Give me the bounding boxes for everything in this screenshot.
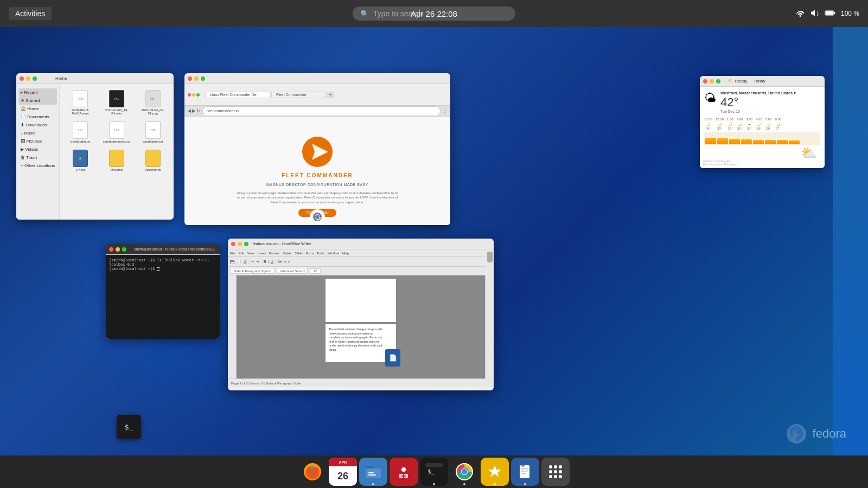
sidebar-item-pictures[interactable]: 🖼 Pictures: [18, 137, 57, 145]
fleet-commander-logo: [301, 136, 334, 168]
file-item[interactable]: Desktop: [100, 148, 133, 173]
weather-max-btn[interactable]: [716, 79, 720, 84]
browser-window[interactable]: Linux Fleet Commander Ne... Fleet Comman…: [184, 73, 450, 225]
term-max-btn[interactable]: [122, 247, 126, 252]
desktop: Home ▸ Recent ★ Starred 🏠 Home 📄 Documen…: [0, 27, 868, 455]
svg-point-17: [401, 467, 406, 472]
sidebar-item-other[interactable]: + Other Locations: [18, 162, 57, 170]
file-item[interactable]: TXT candidate-notes.txt: [100, 120, 133, 145]
dock-item-appgrid[interactable]: [541, 458, 570, 486]
menu-file[interactable]: File: [230, 252, 235, 255]
weather-condition-icon: ⛅: [801, 145, 817, 160]
menu-form[interactable]: Form: [306, 252, 314, 255]
weather-close-btn[interactable]: [703, 79, 707, 84]
new-tab-btn[interactable]: +: [327, 92, 334, 98]
sidebar-item-starred[interactable]: ★ Starred: [18, 97, 57, 105]
menu-edit[interactable]: Edit: [239, 252, 244, 255]
fleet-description: Using a powerful web page interface Flee…: [236, 191, 399, 204]
sidebar-item-music[interactable]: ♪ Music: [18, 129, 57, 137]
terminal-window[interactable]: smith@localhost - toolbox enter rhel-too…: [106, 244, 220, 339]
writer-window[interactable]: feature-doc.odt - LibreOffice Writer Fil…: [228, 239, 494, 390]
fleet-subtitle: MAGNUS DESKTOP CONFIGURATION MADE EASY: [266, 183, 368, 187]
writer-toolbar-2: Default Paragraph Style ▾ Liberation San…: [228, 267, 494, 275]
wifi-icon: [795, 9, 805, 18]
menu-help[interactable]: Help: [342, 252, 349, 255]
browser-tab[interactable]: Linux Fleet Commander Ne...: [205, 92, 270, 98]
browser-min-btn[interactable]: [194, 76, 199, 81]
menu-styles[interactable]: Styles: [283, 252, 291, 255]
dock-item-writer[interactable]: W: [511, 458, 539, 486]
font-size-selector[interactable]: 12: [310, 268, 321, 274]
writer-menubar: File Edit View Insert Format Styles Tabl…: [228, 249, 494, 257]
dock-item-terminal[interactable]: $_: [420, 458, 448, 486]
menu-tools[interactable]: Tools: [317, 252, 324, 255]
terminal-prompt-icon: $_: [125, 423, 133, 431]
font-selector[interactable]: Liberation Sans ▾: [277, 268, 307, 274]
url-bar[interactable]: fleet-commander.io: [202, 106, 441, 116]
sidebar-item-downloads[interactable]: ⬇ Downloads: [18, 121, 57, 129]
file-item[interactable]: MKV 2020-01-03_19-04.mkv: [100, 88, 133, 117]
menu-window[interactable]: Window: [328, 252, 339, 255]
style-selector[interactable]: Default Paragraph Style ▾: [230, 268, 275, 274]
writer-icon: W: [515, 462, 535, 481]
weather-app-title: ⛅ Ready: [728, 79, 747, 84]
term-close-btn[interactable]: [109, 247, 113, 252]
max-btn[interactable]: [33, 76, 37, 81]
system-tray: 100 %: [795, 9, 859, 18]
writer-page-area: The updated reviewer changes brings a sa…: [228, 275, 494, 378]
dock-item-calendar[interactable]: APR 26: [329, 458, 357, 486]
sidebar-item-videos[interactable]: ▶ Videos: [18, 145, 57, 153]
writer-max-btn[interactable]: [244, 242, 248, 246]
menu-format[interactable]: Format: [269, 252, 279, 255]
writer-canvas: The updated reviewer changes brings a sa…: [237, 275, 485, 378]
writer-min-btn[interactable]: [238, 242, 242, 246]
terminal-content: [smith@localhost ~]$ ls_ToolBox water -t…: [106, 255, 220, 339]
writer-body: File Edit View Insert Format Styles Tabl…: [228, 249, 494, 390]
writer-scrollbar[interactable]: [486, 249, 494, 382]
weather-window[interactable]: ⛅ Ready Today 🌤 Westford, Massachusetts,…: [700, 76, 825, 168]
file-item[interactable]: ⊞ CKost: [64, 148, 97, 173]
file-item[interactable]: PEM 2019-RH-IT-RulCA.pem: [64, 88, 97, 117]
weather-min-btn[interactable]: [710, 79, 714, 84]
terminal-mini-icon[interactable]: $_: [117, 415, 141, 439]
dock-item-files[interactable]: [359, 458, 387, 486]
file-item[interactable]: TXT bootloader.txt: [64, 120, 97, 145]
browser-content: FLEET COMMANDER MAGNUS DESKTOP CONFIGURA…: [184, 117, 450, 225]
file-item[interactable]: IMG 2020-09-04_09-01.png: [136, 88, 169, 117]
win-title-files: Home: [55, 76, 67, 81]
writer-statusbar: Page 1 of 2 | Words: 0 | Default Paragra…: [228, 378, 494, 387]
file-item[interactable]: Documents: [136, 148, 169, 173]
activities-button[interactable]: Activities: [9, 7, 52, 20]
fleet-title: FLEET COMMANDER: [282, 172, 353, 178]
browser-max-btn[interactable]: [201, 76, 205, 81]
file-item[interactable]: TXT candidates.txt: [136, 120, 169, 145]
calendar-header: APR: [329, 458, 357, 466]
sidebar-item-recent[interactable]: ▸ Recent: [18, 88, 57, 97]
sidebar-item-documents[interactable]: 📄 Documents: [18, 113, 57, 121]
firefox-icon: [303, 462, 322, 481]
svg-rect-31: [521, 471, 528, 472]
dock-item-chrome[interactable]: [450, 458, 478, 486]
menu-view[interactable]: View: [247, 252, 254, 255]
weather-temp: 42°: [720, 95, 796, 110]
close-btn[interactable]: [20, 76, 24, 81]
dock-item-starred[interactable]: [481, 458, 509, 486]
browser-tab-active[interactable]: Fleet Commander: [271, 92, 326, 98]
browser-chrome: Linux Fleet Commander Ne... Fleet Comman…: [184, 84, 450, 106]
dock-item-software[interactable]: [390, 458, 418, 486]
sidebar-item-home[interactable]: 🏠 Home: [18, 105, 57, 113]
file-manager-window[interactable]: Home ▸ Recent ★ Starred 🏠 Home 📄 Documen…: [16, 73, 174, 220]
menu-insert[interactable]: Insert: [258, 252, 266, 255]
weather-body: 🌤 Westford, Massachusetts, United States…: [700, 87, 825, 168]
sidebar-item-trash[interactable]: 🗑 Trash: [18, 153, 57, 162]
menu-table[interactable]: Table: [295, 252, 302, 255]
terminal-title: smith@localhost - toolbox enter rhel-too…: [134, 247, 215, 251]
writer-close-btn[interactable]: [231, 242, 235, 246]
min-btn[interactable]: [26, 76, 30, 81]
writer-page-1: [326, 279, 396, 322]
browser-close-btn[interactable]: [188, 76, 192, 81]
dock-item-firefox[interactable]: [298, 458, 327, 486]
chrome-active-dot: [463, 483, 465, 485]
term-min-btn[interactable]: [116, 247, 120, 252]
fedora-label: fedora: [813, 427, 846, 441]
